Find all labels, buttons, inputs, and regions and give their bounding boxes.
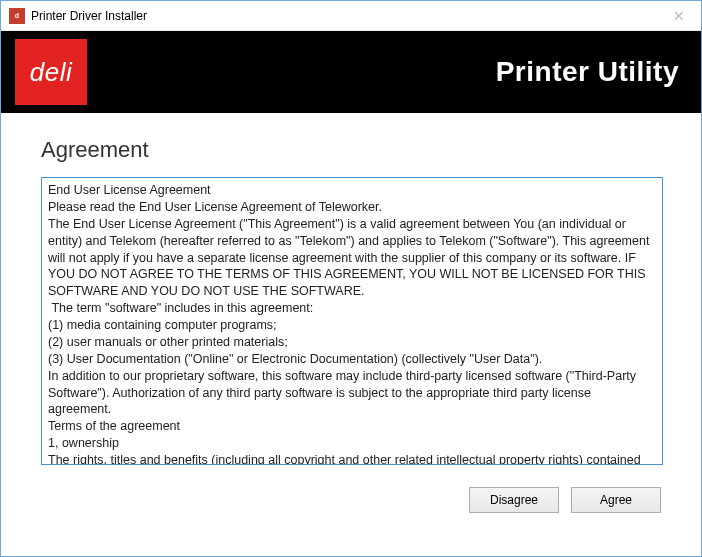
eula-textbox[interactable]: End User License Agreement Please read t…	[41, 177, 663, 465]
button-row: Disagree Agree	[1, 465, 701, 513]
agree-button[interactable]: Agree	[571, 487, 661, 513]
disagree-button[interactable]: Disagree	[469, 487, 559, 513]
brand-logo-text: deli	[30, 57, 72, 88]
titlebar: d Printer Driver Installer ✕	[1, 1, 701, 31]
window-title: Printer Driver Installer	[31, 9, 147, 23]
brand-logo: deli	[15, 39, 87, 105]
close-icon[interactable]: ✕	[656, 1, 701, 31]
page-heading: Agreement	[41, 137, 661, 163]
utility-title: Printer Utility	[496, 56, 679, 88]
content-area: Agreement End User License Agreement Ple…	[1, 113, 701, 465]
header-band: deli Printer Utility	[1, 31, 701, 113]
app-icon: d	[9, 8, 25, 24]
